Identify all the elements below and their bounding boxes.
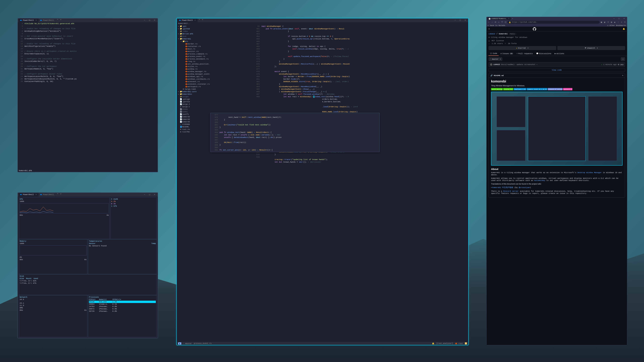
tab-powershell-1[interactable]: PowerShell× (18, 18, 38, 22)
network-panel: Network 34.6 23.1 11.5 0Mb 60s0s (19, 295, 88, 337)
overflow-button[interactable]: » (620, 21, 623, 24)
bookmark-bar: ◇ Save to Notado ▭ Other Bookmarks (486, 24, 627, 27)
close-button[interactable]: × (463, 19, 468, 22)
view-code-button[interactable]: View code (488, 68, 625, 72)
url-bar[interactable]: 🔒https://github.com/LGU… (507, 21, 600, 24)
minimize-button[interactable]: − (142, 19, 147, 22)
memory-panel: Memory 100% 0% 60s0s (19, 239, 88, 274)
maximize-button[interactable]: □ (617, 17, 621, 20)
tab-dropdown[interactable]: ∨ (60, 18, 62, 22)
tab-add-button[interactable]: + (198, 18, 202, 22)
line-gutter: 5546146246346446546646746846947047147247… (250, 25, 260, 342)
tab-powershell[interactable]: PowerShell× (178, 18, 198, 22)
notification-icon[interactable]: 🔔 (432, 343, 434, 345)
titlebar[interactable]: PowerShell× PowerShell + ∨ − □ × (18, 18, 158, 22)
close-button[interactable]: × (152, 19, 157, 22)
code-area[interactable]: impl WindowManager { pub fn process_even… (260, 25, 468, 342)
tab-powershell-2[interactable]: PowerShell (38, 193, 56, 196)
ext-icon[interactable]: ◧ (603, 21, 606, 24)
git-branch[interactable]: ⴾ master (183, 343, 192, 345)
history-icon[interactable]: ⟲ 292 (618, 63, 624, 66)
latest-commit[interactable]: LGUG2Z docs(readme): update screenshot ⋯… (488, 62, 625, 67)
tab-powershell-2[interactable]: PowerShell (38, 18, 56, 22)
maximize-button[interactable]: □ (147, 19, 152, 22)
star-icon: ☆ (488, 42, 490, 45)
dwm-link[interactable]: Desktop Window Manager (578, 172, 602, 174)
close-icon[interactable]: × (36, 19, 37, 21)
nav-pr[interactable]: ⑃ Pull requests (515, 51, 534, 56)
unwatch-button[interactable]: 👁Unwatch▾ (558, 46, 625, 50)
owner-link[interactable]: LGUG2Z (488, 33, 495, 35)
close-icon[interactable]: × (194, 19, 196, 21)
file-tree[interactable]: ▸📁.git▸📁.github 📁.idea▸📁derive-ahk 📁dist… (177, 25, 250, 342)
nav-code[interactable]: ⟨⟩ Code (488, 51, 498, 56)
tab-add-button[interactable]: + (56, 18, 60, 22)
bell-icon[interactable]: 🔔 (623, 28, 625, 30)
branch-selector[interactable]: ⴾ master ▾ (488, 57, 502, 61)
tab-powershell[interactable]: PowerShell× (18, 193, 38, 196)
close-button[interactable]: × (622, 17, 626, 20)
browser-tab[interactable]: ⬤LGUG2Z/komorebi: A tiling win…× (487, 17, 511, 20)
lsp-status: [rust_analyzer] (436, 343, 453, 345)
tab-dropdown[interactable]: ∨ (60, 193, 62, 196)
maximize-button[interactable]: □ (147, 193, 152, 196)
stars-link[interactable]: 1.2k stars (492, 42, 503, 45)
repo-link[interactable]: komorebi (499, 33, 508, 35)
forks-link[interactable]: 28 forks (508, 42, 517, 45)
repo-description: A tiling window manager for Windows (486, 36, 627, 40)
browser-titlebar[interactable]: ⬤LGUG2Z/komorebi: A tiling win…× + − □ × (486, 17, 627, 20)
ext-icon[interactable]: ▦ (600, 21, 603, 24)
nav-actions[interactable]: ▶ Actions (553, 51, 566, 56)
info-icon[interactable]: ⓘ (504, 21, 507, 24)
powershell-icon (40, 194, 42, 195)
minimize-button[interactable]: − (453, 19, 458, 22)
tab-add-button[interactable]: + (56, 193, 60, 196)
processes-panel[interactable]: Processes PID(p)Name(n)CPU%(c)▾ 34136btm… (88, 295, 157, 337)
titlebar[interactable]: PowerShell× + ∨ − □ × (177, 18, 468, 22)
hamburger-icon[interactable]: ≡ (488, 28, 490, 30)
bookmark-folder[interactable]: ▭ Other Bookmarks (607, 24, 626, 26)
line-gutter: 5678910111213141516171819181920212223242… (18, 22, 24, 169)
forward-button[interactable]: → (490, 21, 494, 24)
nav-discussions[interactable]: 💬 Discussions (535, 51, 553, 56)
ext-icon[interactable]: ◐ (613, 21, 616, 24)
lsp-peek-popup[interactable]: 3773783793803813823833843853863873883893… (210, 113, 380, 152)
license-link[interactable]: MIT license (492, 40, 504, 42)
reload-button[interactable]: ⟳ (494, 21, 497, 24)
maximize-button[interactable]: □ (458, 19, 462, 22)
minimize-button[interactable]: − (142, 193, 147, 196)
ahk-link[interactable]: AutoHotKey (534, 179, 545, 182)
menu-button[interactable]: ≡ (623, 21, 626, 24)
tab-dropdown[interactable]: ∨ (201, 18, 204, 22)
starred-button[interactable]: ★Starred▾ (488, 46, 556, 50)
repo-breadcrumb: LGUG2Z / komorebi Public (486, 31, 627, 36)
minimize-button[interactable]: − (612, 17, 616, 20)
close-button[interactable]: × (152, 193, 157, 196)
window-editor-ahk: PowerShell× PowerShell + ∨ − □ × 5678910… (18, 18, 158, 172)
edit-icon[interactable]: ✎ (622, 74, 623, 77)
user-link[interactable]: @crosstyan (519, 187, 530, 189)
wiki-link[interactable]: komorebi 中文用户指南 (492, 187, 513, 189)
shield-icon[interactable]: ⛉ (500, 21, 504, 24)
cpu-cores-panel: C Use% A 2% B 3% 1 37% (110, 197, 157, 239)
code-area[interactable]: #Include %A_ScriptDir%\komorebi.generate… (24, 22, 158, 169)
window-editor-rust: PowerShell× + ∨ − □ × komorebi\.. ▸📁.git… (176, 18, 468, 345)
ext-icon[interactable]: ▤ (610, 21, 613, 24)
close-icon[interactable]: × (508, 17, 509, 19)
buffer-name: komorebi.ahk (18, 169, 158, 172)
window-browser: ⬤LGUG2Z/komorebi: A tiling win…× + − □ ×… (486, 17, 627, 345)
discord-link[interactable]: Discord server (503, 190, 519, 192)
browser-toolbar: ← → ⟳ ⌂ ⛉ ⓘ 🔒https://github.com/LGU… ▦ ◧… (486, 20, 627, 24)
ext-icon[interactable]: ≡ (606, 21, 610, 24)
home-button[interactable]: ⌂ (497, 21, 500, 24)
github-page[interactable]: ≡ 🔔 LGUG2Z / komorebi Public A tiling wi… (486, 27, 627, 345)
bookmark-item[interactable]: ◇ Save to Notado (488, 24, 505, 26)
more-button[interactable]: ⋯ (621, 57, 625, 61)
ext-icon[interactable]: ⋮ (617, 21, 620, 24)
back-button[interactable]: ← (487, 21, 490, 24)
nav-issues[interactable]: ⊙ Issues 34 (499, 51, 514, 56)
tab-add-button[interactable]: + (511, 17, 514, 19)
close-icon[interactable]: × (36, 194, 37, 196)
titlebar[interactable]: PowerShell× PowerShell + ∨ − □ × (18, 193, 158, 196)
github-logo[interactable] (533, 27, 536, 31)
